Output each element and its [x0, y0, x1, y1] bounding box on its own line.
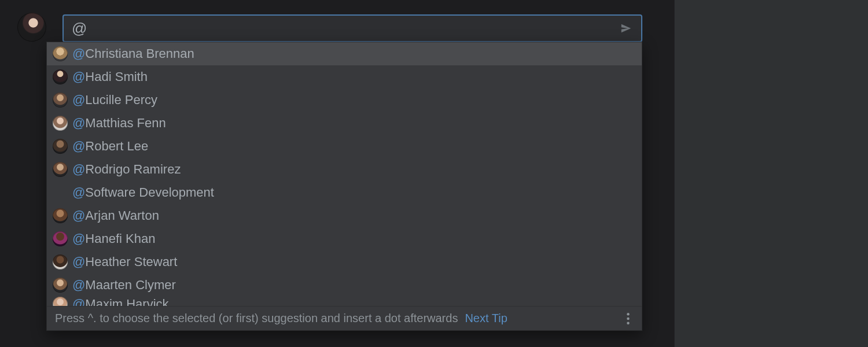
suggestion-item[interactable]: @ Heather Stewart — [47, 250, 642, 274]
suggestion-item[interactable]: @ Software Development — [47, 181, 642, 204]
app-stage: @ @ Christiana Brennan @ Hadi Smith @ Lu… — [0, 0, 868, 347]
next-tip-link[interactable]: Next Tip — [465, 312, 507, 325]
at-symbol: @ — [72, 297, 85, 306]
more-options-icon[interactable] — [620, 311, 636, 327]
suggestion-name: Maarten Clymer — [85, 278, 175, 293]
at-symbol: @ — [72, 278, 85, 293]
at-symbol: @ — [72, 139, 85, 154]
avatar — [53, 69, 68, 84]
at-symbol: @ — [72, 254, 85, 270]
svg-point-1 — [627, 317, 629, 319]
suggestion-item[interactable]: @ Maxim Harvick — [47, 297, 642, 306]
at-symbol: @ — [72, 231, 85, 246]
tip-text: Press ^. to choose the selected (or firs… — [55, 312, 458, 325]
suggestion-item[interactable]: @ Hanefi Khan — [47, 227, 642, 250]
avatar — [53, 254, 68, 270]
mention-suggestion-popup: @ Christiana Brennan @ Hadi Smith @ Luci… — [46, 42, 642, 331]
suggestion-item[interactable]: @ Hadi Smith — [47, 65, 642, 88]
suggestion-name: Christiana Brennan — [85, 46, 194, 61]
compose-text: @ — [72, 21, 87, 36]
suggestion-item[interactable]: @ Maarten Clymer — [47, 274, 642, 297]
avatar — [53, 231, 68, 246]
suggestion-item[interactable]: @ Robert Lee — [47, 135, 642, 158]
suggestion-name: Hadi Smith — [85, 69, 148, 84]
suggestion-item[interactable]: @ Matthias Fenn — [47, 112, 642, 135]
avatar — [53, 93, 68, 108]
avatar — [53, 297, 68, 306]
at-symbol: @ — [72, 46, 85, 61]
avatar — [53, 116, 68, 131]
suggestion-item[interactable]: @ Lucille Percy — [47, 88, 642, 112]
suggestion-item[interactable]: @ Christiana Brennan — [47, 42, 642, 65]
suggestion-name: Lucille Percy — [85, 93, 157, 108]
current-user-avatar[interactable] — [17, 13, 46, 42]
avatar — [53, 162, 68, 177]
avatar — [53, 139, 68, 154]
avatar-placeholder — [53, 185, 68, 200]
avatar — [53, 278, 68, 293]
suggestion-item[interactable]: @ Arjan Warton — [47, 204, 642, 227]
at-symbol: @ — [72, 69, 85, 84]
suggestion-name: Robert Lee — [85, 139, 148, 154]
avatar — [53, 208, 68, 223]
at-symbol: @ — [72, 116, 85, 131]
suggestion-item[interactable]: @ Rodrigo Ramirez — [47, 158, 642, 181]
tip-bar: Press ^. to choose the selected (or firs… — [47, 306, 642, 330]
at-symbol: @ — [72, 208, 85, 223]
suggestion-name: Maxim Harvick — [85, 297, 168, 306]
suggestion-name: Rodrigo Ramirez — [85, 162, 181, 177]
svg-point-2 — [627, 322, 629, 324]
send-icon[interactable] — [618, 20, 634, 36]
suggestion-name: Arjan Warton — [85, 208, 159, 223]
svg-point-0 — [627, 313, 629, 315]
at-symbol: @ — [72, 185, 85, 200]
suggestion-name: Software Development — [85, 185, 214, 200]
suggestion-name: Matthias Fenn — [85, 116, 165, 131]
suggestion-list[interactable]: @ Christiana Brennan @ Hadi Smith @ Luci… — [47, 42, 642, 306]
suggestion-name: Hanefi Khan — [85, 231, 155, 246]
at-symbol: @ — [72, 93, 85, 108]
suggestion-name: Heather Stewart — [85, 254, 177, 270]
right-side-panel — [674, 0, 868, 347]
at-symbol: @ — [72, 162, 85, 177]
avatar — [53, 46, 68, 61]
compose-input[interactable]: @ — [62, 14, 642, 42]
